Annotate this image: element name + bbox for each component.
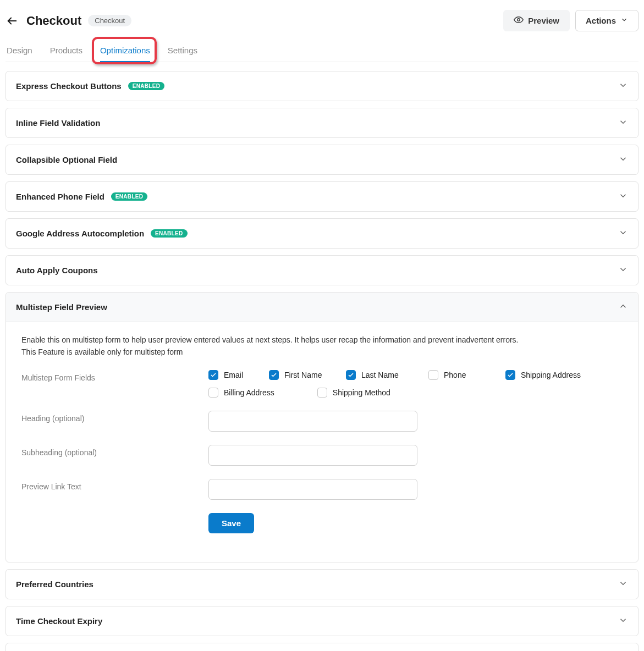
accordion-title: Google Address Autocompletion <box>16 229 144 238</box>
accordion-title: Express Checkout Buttons <box>16 81 122 91</box>
check-icon <box>317 388 327 398</box>
tab-products[interactable]: Products <box>50 40 82 62</box>
label-subheading: Subheading (optional) <box>21 445 208 457</box>
page-title: Checkout <box>26 14 81 28</box>
row-subheading: Subheading (optional) <box>21 445 623 466</box>
checkbox-label: Shipping Address <box>521 371 581 379</box>
accordion-inline-validation[interactable]: Inline Field Validation <box>5 108 639 138</box>
chevron-up-icon <box>618 301 628 313</box>
checkbox-label: Billing Address <box>224 388 274 397</box>
tab-design[interactable]: Design <box>7 40 32 62</box>
label-multistep-fields: Multistep Form Fields <box>21 370 208 382</box>
chevron-down-icon <box>618 228 628 239</box>
tabs: Design Products Optimizations Settings <box>5 40 639 62</box>
check-icon <box>208 388 218 398</box>
check-icon <box>269 370 279 380</box>
chevron-down-icon <box>620 16 628 25</box>
actions-button[interactable]: Actions <box>575 10 639 31</box>
eye-icon <box>514 15 524 26</box>
checkbox-phone[interactable]: Phone <box>428 370 505 380</box>
accordion-title: Enhanced Phone Field <box>16 192 104 201</box>
page-header: Checkout Checkout Preview Actions <box>5 5 639 40</box>
actions-label: Actions <box>586 16 616 25</box>
accordion-auto-coupons[interactable]: Auto Apply Coupons <box>5 255 639 285</box>
checkbox-label: Shipping Method <box>333 388 390 397</box>
accordion-prefill-abandoned[interactable]: Prefill Form for Abandoned Users ENABLED <box>5 643 639 651</box>
checkbox-first-name[interactable]: First Name <box>269 370 346 380</box>
accordion-time-checkout-expiry[interactable]: Time Checkout Expiry <box>5 606 639 636</box>
accordion-title: Preferred Countries <box>16 580 93 589</box>
accordion-preferred-countries[interactable]: Preferred Countries <box>5 569 639 599</box>
accordion-header[interactable]: Multistep Field Preview <box>6 293 638 322</box>
accordion-title: Collapsible Optional Field <box>16 155 117 164</box>
row-link-text: Preview Link Text <box>21 479 623 500</box>
multistep-description: Enable this on multistep form to help us… <box>21 334 623 358</box>
accordion-title: Inline Field Validation <box>16 118 100 128</box>
accordion-enhanced-phone[interactable]: Enhanced Phone Field ENABLED <box>5 181 639 212</box>
accordion-title: Time Checkout Expiry <box>16 616 102 626</box>
row-save: Save <box>21 513 623 533</box>
chevron-down-icon <box>618 80 628 92</box>
heading-input[interactable] <box>208 411 417 432</box>
check-icon <box>208 370 218 380</box>
desc-line2: This Feature is available only for multi… <box>21 347 183 356</box>
accordion-multistep-preview: Multistep Field Preview Enable this on m… <box>5 292 639 562</box>
chevron-down-icon <box>618 578 628 590</box>
accordion-title: Auto Apply Coupons <box>16 266 98 275</box>
chevron-down-icon <box>618 117 628 129</box>
accordion-collapsible-optional[interactable]: Collapsible Optional Field <box>5 145 639 175</box>
row-multistep-fields: Multistep Form Fields Email First Name L… <box>21 370 623 398</box>
enabled-badge: ENABLED <box>128 82 164 90</box>
check-icon <box>346 370 356 380</box>
checkbox-last-name[interactable]: Last Name <box>346 370 428 380</box>
subheading-input[interactable] <box>208 445 417 466</box>
checkbox-billing-address[interactable]: Billing Address <box>208 388 274 398</box>
chevron-down-icon <box>618 191 628 202</box>
accordion-google-address[interactable]: Google Address Autocompletion ENABLED <box>5 218 639 249</box>
row-heading: Heading (optional) <box>21 411 623 432</box>
accordion-title: Multistep Field Preview <box>16 302 107 312</box>
checkbox-label: Last Name <box>361 371 399 379</box>
enabled-badge: ENABLED <box>111 192 147 201</box>
tab-optimizations[interactable]: Optimizations <box>100 40 150 62</box>
desc-line1: Enable this on multistep form to help us… <box>21 335 519 344</box>
enabled-badge: ENABLED <box>151 229 187 238</box>
checkbox-label: First Name <box>284 371 322 379</box>
label-link-text: Preview Link Text <box>21 479 208 491</box>
save-button[interactable]: Save <box>208 513 254 533</box>
chevron-down-icon <box>618 615 628 627</box>
checkbox-shipping-address[interactable]: Shipping Address <box>505 370 581 380</box>
check-icon <box>505 370 515 380</box>
checkbox-label: Phone <box>444 371 466 379</box>
checkbox-label: Email <box>224 371 243 379</box>
preview-button[interactable]: Preview <box>503 10 570 31</box>
label-heading: Heading (optional) <box>21 411 208 423</box>
preview-label: Preview <box>528 16 559 25</box>
back-arrow-icon[interactable] <box>5 14 19 27</box>
chevron-down-icon <box>618 154 628 165</box>
chevron-down-icon <box>618 264 628 276</box>
breadcrumb-chip: Checkout <box>88 15 131 26</box>
svg-point-1 <box>518 19 520 21</box>
linktext-input[interactable] <box>208 479 417 500</box>
check-icon <box>428 370 438 380</box>
checkbox-shipping-method[interactable]: Shipping Method <box>317 388 390 398</box>
checkbox-email[interactable]: Email <box>208 370 269 380</box>
tab-settings[interactable]: Settings <box>168 40 197 62</box>
accordion-express-checkout[interactable]: Express Checkout Buttons ENABLED <box>5 71 639 101</box>
